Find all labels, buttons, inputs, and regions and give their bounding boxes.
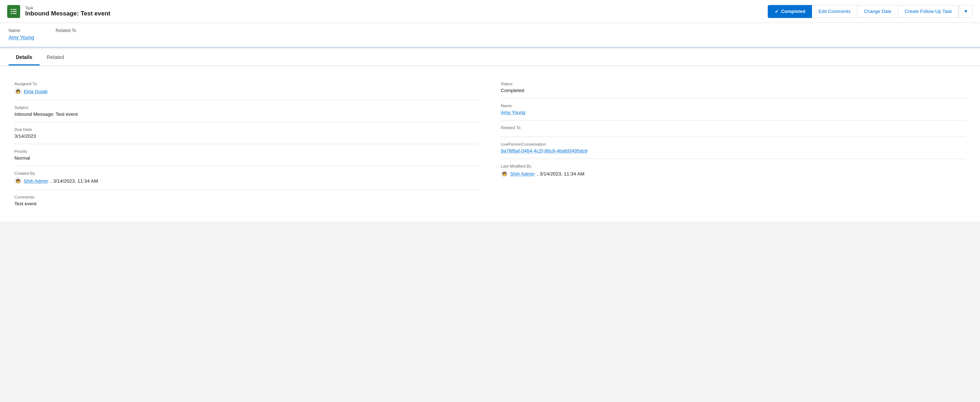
meta-row: Name Amy Young Related To <box>9 28 971 40</box>
last-modified-field: Last Modified By 🧑 Shih Admin , 3/14/202… <box>501 159 966 182</box>
comments-label: Comments <box>14 195 479 199</box>
completed-button[interactable]: ✓ Completed <box>768 5 812 18</box>
assigned-to-label: Assigned To <box>14 82 479 86</box>
name-detail-field: Name Amy Young ✏ <box>501 99 966 121</box>
header-actions: ✓ Completed Edit Comments Change Date Cr… <box>768 5 973 18</box>
created-by-field: Created By 🧑 Shih Admin , 3/14/2023, 11:… <box>14 166 479 190</box>
page-header: Task Inbound Message: Test event ✓ Compl… <box>0 0 980 23</box>
tabs-bar: Details Related <box>0 49 980 66</box>
tab-related[interactable]: Related <box>40 49 71 65</box>
status-field: Status Completed ✏ <box>501 76 966 99</box>
record-type-label: Task <box>25 6 110 10</box>
svg-rect-5 <box>12 13 17 14</box>
last-modified-avatar: 🧑 <box>501 170 508 177</box>
name-detail-value[interactable]: Amy Young <box>501 110 966 115</box>
comments-value: Test event <box>14 201 479 207</box>
status-value: Completed <box>501 88 966 93</box>
header-title-block: Task Inbound Message: Test event <box>25 6 110 17</box>
name-field-label: Name <box>9 28 34 33</box>
live-person-value[interactable]: 9a78f9af-0464-4c2f-86c9-4bafd3495dc6 <box>501 148 966 154</box>
change-date-button[interactable]: Change Date <box>858 5 898 17</box>
created-by-avatar: 🧑 <box>14 177 22 184</box>
live-person-field: LivePersonConversation 9a78f9af-0464-4c2… <box>501 137 966 159</box>
name-field: Name Amy Young <box>9 28 34 40</box>
priority-field: Priority Normal ✏ <box>14 144 479 166</box>
last-modified-date: , 3/14/2023, 11:34 AM <box>537 171 584 176</box>
related-to-field: Related To <box>56 28 76 40</box>
priority-value: Normal <box>14 155 479 161</box>
subject-field: Subject Inbound Message: Test event ✏ <box>14 100 479 122</box>
comments-field: Comments Test event ✏ <box>14 190 479 211</box>
svg-rect-1 <box>12 9 17 10</box>
due-date-value: 3/14/2023 <box>14 133 479 139</box>
due-date-label: Due Date <box>14 127 479 132</box>
live-person-label: LivePersonConversation <box>501 142 966 146</box>
last-modified-name[interactable]: Shih Admin <box>510 171 535 176</box>
related-to-detail-label: Related To <box>501 126 966 130</box>
header-left: Task Inbound Message: Test event <box>7 5 110 18</box>
svg-rect-2 <box>11 11 12 12</box>
created-by-value-row: 🧑 Shih Admin , 3/14/2023, 11:34 AM <box>14 177 479 184</box>
details-grid: Assigned To 🧑 Ekta Gulati ✏ Subject Inbo… <box>14 76 966 211</box>
check-icon: ✓ <box>775 9 779 14</box>
status-label: Status <box>501 82 966 86</box>
created-by-name[interactable]: Shih Admin <box>24 178 48 184</box>
last-modified-value-row: 🧑 Shih Admin , 3/14/2023, 11:34 AM <box>501 170 966 177</box>
related-to-label: Related To <box>56 28 76 33</box>
svg-rect-3 <box>12 11 17 12</box>
details-left-column: Assigned To 🧑 Ekta Gulati ✏ Subject Inbo… <box>14 76 479 211</box>
svg-rect-0 <box>11 9 12 10</box>
subject-label: Subject <box>14 105 479 110</box>
created-by-label: Created By <box>14 171 479 175</box>
assigned-to-value[interactable]: Ekta Gulati <box>24 89 48 94</box>
task-icon <box>7 5 20 18</box>
last-modified-label: Last Modified By <box>501 164 966 168</box>
actions-dropdown-button[interactable]: ▼ <box>959 5 973 17</box>
priority-label: Priority <box>14 149 479 154</box>
due-date-field: Due Date 3/14/2023 ✏ <box>14 122 479 144</box>
details-right-column: Status Completed ✏ Name Amy Young ✏ Rela… <box>501 76 966 211</box>
meta-bar: Name Amy Young Related To <box>0 23 980 48</box>
subject-value: Inbound Message: Test event <box>14 111 479 117</box>
created-by-date: , 3/14/2023, 11:34 AM <box>50 178 98 184</box>
tab-details[interactable]: Details <box>9 49 40 65</box>
svg-rect-4 <box>11 13 12 14</box>
task-list-icon <box>10 8 18 16</box>
assigned-to-field: Assigned To 🧑 Ekta Gulati ✏ <box>14 76 479 100</box>
edit-comments-button[interactable]: Edit Comments <box>812 5 858 17</box>
create-followup-button[interactable]: Create Follow-Up Task <box>898 5 959 17</box>
assigned-to-value-row: 🧑 Ekta Gulati <box>14 88 479 95</box>
details-section: Assigned To 🧑 Ekta Gulati ✏ Subject Inbo… <box>0 67 980 221</box>
name-detail-label: Name <box>501 103 966 108</box>
name-field-value[interactable]: Amy Young <box>9 35 34 40</box>
related-to-detail-field: Related To ✏ <box>501 121 966 137</box>
record-title: Inbound Message: Test event <box>25 10 110 17</box>
assigned-avatar: 🧑 <box>14 88 22 95</box>
